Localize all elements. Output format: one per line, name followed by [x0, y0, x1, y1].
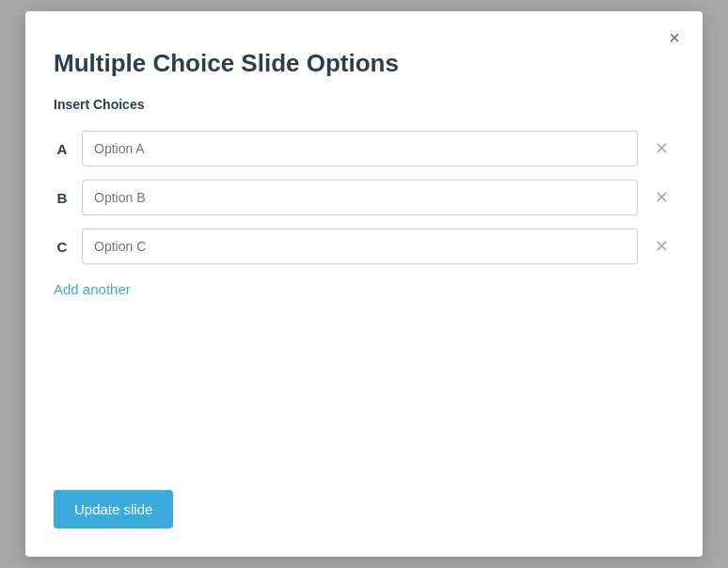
close-button[interactable]: ×	[663, 24, 686, 51]
choice-input-a[interactable]	[82, 131, 638, 166]
modal-backdrop: × Multiple Choice Slide Options Insert C…	[0, 0, 728, 568]
modal-container: × Multiple Choice Slide Options Insert C…	[25, 11, 703, 557]
choice-input-b[interactable]	[82, 180, 638, 215]
choice-input-c[interactable]	[82, 229, 638, 264]
choice-letter-b: B	[54, 190, 71, 206]
remove-choice-a-button[interactable]: ✕	[649, 136, 674, 161]
section-label: Insert Choices	[54, 97, 674, 112]
modal-title: Multiple Choice Slide Options	[54, 49, 674, 78]
choice-row-b: B ✕	[54, 180, 674, 215]
choice-row-c: C ✕	[54, 229, 674, 264]
update-slide-button[interactable]: Update slide	[54, 490, 173, 529]
modal-footer: Update slide	[54, 490, 173, 529]
choices-list: A ✕ B ✕ C ✕	[54, 131, 674, 264]
choice-letter-c: C	[54, 239, 71, 255]
remove-choice-c-button[interactable]: ✕	[649, 234, 674, 259]
choice-row-a: A ✕	[54, 131, 674, 166]
add-another-button[interactable]: Add another	[54, 281, 131, 297]
choice-letter-a: A	[54, 141, 71, 157]
remove-choice-b-button[interactable]: ✕	[649, 185, 674, 210]
